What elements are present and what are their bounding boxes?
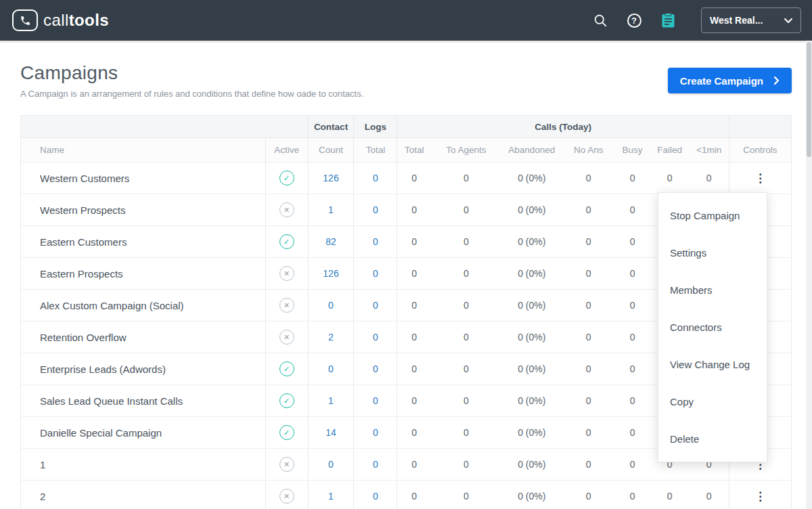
col-header-calls-total: Total — [397, 138, 431, 162]
logs-total-link[interactable]: 0 — [354, 226, 397, 258]
calls-total-value: 0 — [397, 449, 431, 481]
menu-item-copy[interactable]: Copy — [658, 383, 767, 420]
no-ans-value: 0 — [562, 417, 615, 449]
logs-total-link[interactable]: 0 — [354, 481, 397, 509]
group-header-empty — [21, 116, 309, 138]
col-header-abandoned: Abandoned — [501, 138, 562, 162]
chevron-right-icon — [774, 75, 780, 87]
contact-count-link[interactable]: 1 — [308, 481, 354, 509]
inactive-x-icon[interactable]: ✕ — [279, 457, 294, 472]
contact-count-link[interactable]: 0 — [308, 353, 354, 385]
contact-count-link[interactable]: 82 — [308, 226, 354, 258]
contact-count-link[interactable]: 0 — [308, 290, 354, 322]
col-header-active: Active — [265, 138, 308, 162]
inactive-x-icon[interactable]: ✕ — [279, 330, 294, 345]
clipboard-icon[interactable] — [659, 12, 677, 29]
logs-total-link[interactable]: 0 — [354, 385, 397, 417]
calls-total-value: 0 — [397, 322, 431, 353]
page-title: Campaigns — [20, 62, 363, 84]
top-navbar: calltools ? West Real... — [0, 0, 812, 41]
help-icon[interactable]: ? — [625, 12, 643, 29]
logs-total-link[interactable]: 0 — [354, 449, 397, 481]
no-ans-value: 0 — [562, 385, 615, 417]
group-header-calls-today: Calls (Today) — [397, 116, 729, 138]
contact-count-link[interactable]: 14 — [308, 417, 354, 449]
create-campaign-button[interactable]: Create Campaign — [668, 68, 792, 93]
busy-value: 0 — [615, 449, 650, 481]
controls-cell: ⋮ — [729, 162, 791, 194]
campaign-name: 2 — [21, 481, 266, 509]
row-controls-kebab-icon[interactable]: ⋮ — [754, 172, 766, 185]
active-check-icon[interactable]: ✓ — [279, 393, 294, 408]
calls-total-value: 0 — [397, 385, 431, 417]
to-agents-value: 0 — [431, 322, 501, 353]
calls-total-value: 0 — [397, 194, 431, 226]
group-header-contact: Contact — [308, 116, 354, 138]
logo-text: calltools — [43, 11, 109, 30]
calls-total-value: 0 — [397, 162, 431, 194]
contact-count-link[interactable]: 126 — [308, 162, 354, 194]
abandoned-value: 0 (0%) — [501, 226, 562, 258]
active-status-cell: ✕ — [265, 194, 308, 226]
to-agents-value: 0 — [431, 194, 501, 226]
menu-item-members[interactable]: Members — [658, 271, 767, 309]
abandoned-value: 0 (0%) — [501, 290, 562, 322]
contact-count-link[interactable]: 0 — [308, 449, 354, 481]
menu-item-stop-campaign[interactable]: Stop Campaign — [658, 197, 767, 234]
logs-total-link[interactable]: 0 — [354, 258, 397, 290]
menu-item-delete[interactable]: Delete — [658, 420, 767, 458]
lt1min-value: 0 — [690, 162, 729, 194]
inactive-x-icon[interactable]: ✕ — [279, 266, 294, 281]
active-check-icon[interactable]: ✓ — [279, 425, 294, 440]
logs-total-link[interactable]: 0 — [354, 290, 397, 322]
active-status-cell: ✓ — [265, 417, 308, 449]
row-controls-kebab-icon[interactable]: ⋮ — [754, 490, 766, 503]
col-header-controls: Controls — [729, 138, 791, 162]
inactive-x-icon[interactable]: ✕ — [279, 202, 294, 217]
col-header-logs-total: Total — [354, 138, 397, 162]
no-ans-value: 0 — [562, 258, 615, 290]
campaign-name: Western Prospects — [21, 194, 266, 226]
busy-value: 0 — [615, 194, 650, 226]
active-status-cell: ✓ — [265, 385, 308, 417]
logs-total-link[interactable]: 0 — [354, 162, 397, 194]
page-header: Campaigns A Campaign is an arrangement o… — [20, 62, 792, 99]
active-check-icon[interactable]: ✓ — [279, 361, 294, 376]
contact-count-link[interactable]: 126 — [308, 258, 354, 290]
logs-total-link[interactable]: 0 — [354, 353, 397, 385]
inactive-x-icon[interactable]: ✕ — [279, 298, 294, 313]
menu-item-connectors[interactable]: Connectors — [658, 309, 767, 346]
campaign-name: Sales Lead Queue Instant Calls — [21, 385, 266, 417]
calltools-logo[interactable]: calltools — [12, 9, 109, 31]
campaign-name: Danielle Special Campaign — [21, 417, 266, 449]
contact-count-link[interactable]: 1 — [308, 385, 354, 417]
logs-total-link[interactable]: 0 — [354, 417, 397, 449]
logs-total-link[interactable]: 0 — [354, 322, 397, 353]
scrollbar-track[interactable] — [806, 41, 812, 509]
table-group-header-row: Contact Logs Calls (Today) — [21, 116, 792, 138]
scrollbar-thumb[interactable] — [807, 42, 811, 157]
contact-count-link[interactable]: 1 — [308, 194, 354, 226]
search-icon[interactable] — [591, 12, 609, 29]
busy-value: 0 — [615, 162, 650, 194]
active-status-cell: ✕ — [265, 290, 308, 322]
table-column-header-row: Name Active Count Total Total To Agents … — [21, 138, 792, 162]
busy-value: 0 — [615, 385, 650, 417]
phone-logo-icon — [12, 9, 38, 31]
menu-item-view-change-log[interactable]: View Change Log — [658, 346, 767, 383]
logs-total-link[interactable]: 0 — [354, 194, 397, 226]
active-status-cell: ✕ — [265, 322, 308, 353]
abandoned-value: 0 (0%) — [501, 258, 562, 290]
busy-value: 0 — [615, 417, 650, 449]
no-ans-value: 0 — [562, 322, 615, 353]
contact-count-link[interactable]: 2 — [308, 322, 354, 353]
to-agents-value: 0 — [431, 417, 501, 449]
abandoned-value: 0 (0%) — [501, 449, 562, 481]
active-check-icon[interactable]: ✓ — [279, 234, 294, 249]
menu-item-settings[interactable]: Settings — [658, 234, 767, 271]
inactive-x-icon[interactable]: ✕ — [279, 489, 294, 504]
to-agents-value: 0 — [431, 385, 501, 417]
account-dropdown[interactable]: West Real... — [701, 7, 801, 33]
active-status-cell: ✓ — [265, 162, 308, 194]
active-check-icon[interactable]: ✓ — [279, 171, 294, 185]
